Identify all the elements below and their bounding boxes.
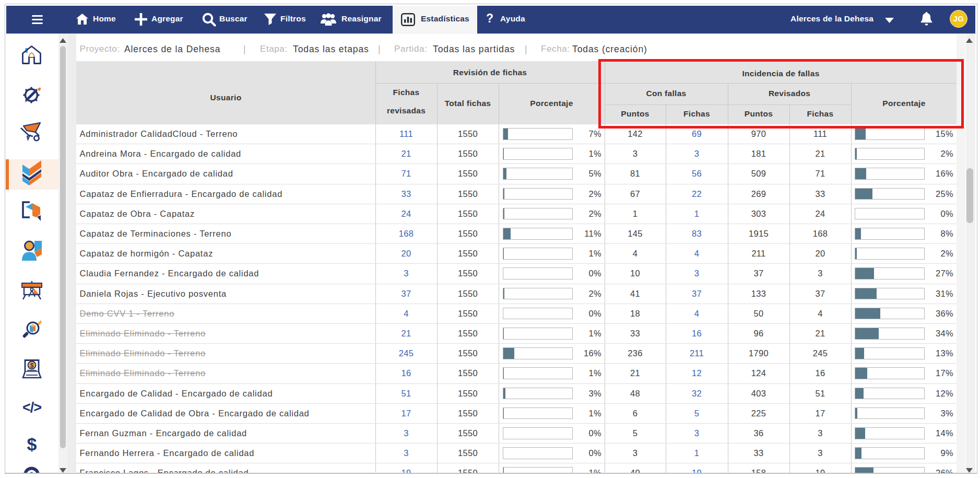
svg-text:$: $: [30, 362, 34, 369]
